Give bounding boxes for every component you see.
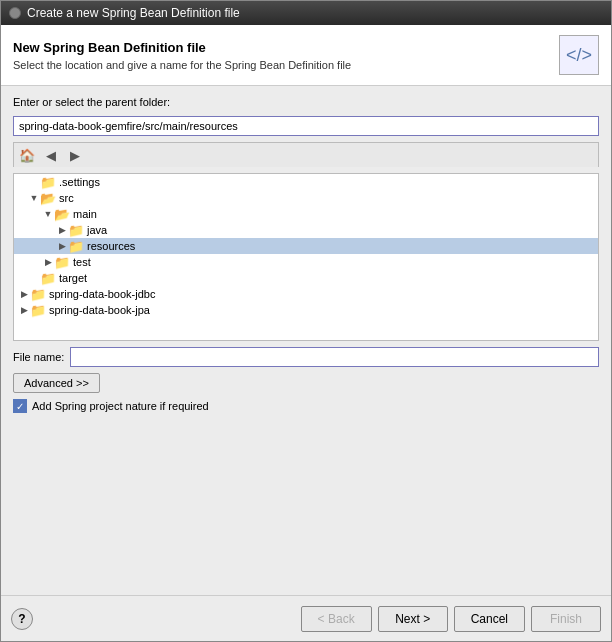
tree-item-spring-jdbc[interactable]: ▶ 📁 spring-data-book-jdbc [14,286,598,302]
folder-icon-test: 📁 [54,255,70,269]
header-title: New Spring Bean Definition file [13,40,351,55]
finish-button[interactable]: Finish [531,606,601,632]
add-nature-checkbox[interactable]: ✓ [13,399,27,413]
tree-container[interactable]: 📁 .settings ▼ 📂 src ▼ 📂 main ▶ 📁 java [13,173,599,341]
back-button[interactable]: < Back [301,606,372,632]
expand-test[interactable]: ▶ [42,255,54,269]
folder-label: Enter or select the parent folder: [13,96,599,108]
tree-label-spring-jpa: spring-data-book-jpa [49,304,150,316]
tree-item-src[interactable]: ▼ 📂 src [14,190,598,206]
expand-resources[interactable]: ▶ [56,239,68,253]
tree-label-src: src [59,192,74,204]
tree-label-main: main [73,208,97,220]
home-button[interactable]: 🏠 [16,145,38,165]
header-subtitle: Select the location and give a name for … [13,59,351,71]
back-nav-button[interactable]: ◀ [40,145,62,165]
expand-src[interactable]: ▼ [28,191,40,205]
tree-label-settings: .settings [59,176,100,188]
tree-item-main[interactable]: ▼ 📂 main [14,206,598,222]
advanced-button-row: Advanced >> [13,373,599,393]
tree-label-test: test [73,256,91,268]
header-text-block: New Spring Bean Definition file Select t… [13,40,351,71]
next-label: Next > [395,612,430,626]
back-label: < Back [318,612,355,626]
tree-item-spring-jpa[interactable]: ▶ 📁 spring-data-book-jpa [14,302,598,318]
expand-settings[interactable] [28,175,40,189]
spring-icon: </> [559,35,599,75]
expand-spring-jdbc[interactable]: ▶ [18,287,30,301]
expand-java[interactable]: ▶ [56,223,68,237]
title-bar-left: Create a new Spring Bean Definition file [9,6,240,20]
advanced-label: Advanced >> [24,377,89,389]
file-name-input[interactable] [70,347,599,367]
tree-toolbar: 🏠 ◀ ▶ [13,142,599,167]
next-button[interactable]: Next > [378,606,448,632]
tree-item-test[interactable]: ▶ 📁 test [14,254,598,270]
checkbox-row: ✓ Add Spring project nature if required [13,399,599,413]
expand-target[interactable] [28,271,40,285]
header-panel: New Spring Bean Definition file Select t… [1,25,611,86]
window-title: Create a new Spring Bean Definition file [27,6,240,20]
folder-icon-resources: 📁 [68,239,84,253]
cancel-button[interactable]: Cancel [454,606,525,632]
folder-icon-java: 📁 [68,223,84,237]
title-bar: Create a new Spring Bean Definition file [1,1,611,25]
file-name-label: File name: [13,351,64,363]
dialog-window: Create a new Spring Bean Definition file… [0,0,612,642]
add-nature-label: Add Spring project nature if required [32,400,209,412]
tree-item-resources[interactable]: ▶ 📁 resources [14,238,598,254]
help-button[interactable]: ? [11,608,33,630]
tree-label-target: target [59,272,87,284]
advanced-button[interactable]: Advanced >> [13,373,100,393]
folder-icon-settings: 📁 [40,175,56,189]
cancel-label: Cancel [471,612,508,626]
folder-input[interactable] [13,116,599,136]
folder-icon-main: 📂 [54,207,70,221]
folder-icon-src: 📂 [40,191,56,205]
folder-icon-target: 📁 [40,271,56,285]
expand-spring-jpa[interactable]: ▶ [18,303,30,317]
expand-main[interactable]: ▼ [42,207,54,221]
tree-label-spring-jdbc: spring-data-book-jdbc [49,288,155,300]
forward-nav-button[interactable]: ▶ [64,145,86,165]
folder-icon-spring-jdbc: 📁 [30,287,46,301]
tree-item-settings[interactable]: 📁 .settings [14,174,598,190]
spacer [13,419,599,585]
tree-label-java: java [87,224,107,236]
file-name-row: File name: [13,347,599,367]
finish-label: Finish [550,612,582,626]
window-dot [9,7,21,19]
folder-icon-spring-jpa: 📁 [30,303,46,317]
help-icon: ? [18,612,25,626]
bottom-bar: ? < Back Next > Cancel Finish [1,595,611,641]
content-area: Enter or select the parent folder: 🏠 ◀ ▶… [1,86,611,595]
tree-label-resources: resources [87,240,135,252]
tree-item-target[interactable]: 📁 target [14,270,598,286]
tree-item-java[interactable]: ▶ 📁 java [14,222,598,238]
